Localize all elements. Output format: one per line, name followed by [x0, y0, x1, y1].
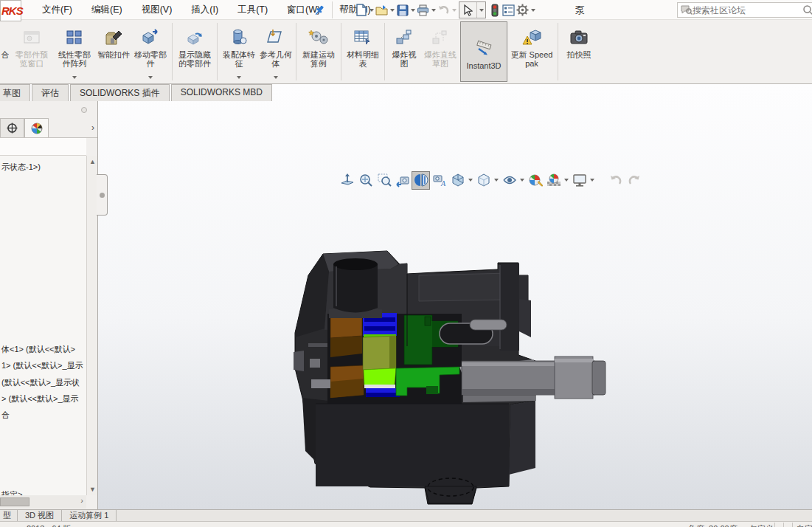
- show-hidden-components-button[interactable]: 显示隐藏的零部件: [176, 21, 214, 82]
- search-input[interactable]: [693, 5, 802, 16]
- graphics-viewport[interactable]: A: [0, 84, 812, 509]
- scroll-down-arrow[interactable]: ▼: [87, 483, 98, 495]
- take-snapshot-button[interactable]: 拍快照: [561, 21, 597, 82]
- feature-tree-tab[interactable]: [0, 118, 24, 137]
- tree-horizontal-scrollbar[interactable]: ›: [0, 495, 86, 509]
- document-view-tabs: 型 3D 视图 运动算例 1: [0, 509, 812, 521]
- print-dropdown[interactable]: [430, 3, 437, 17]
- save-dropdown[interactable]: [409, 3, 416, 17]
- assembly-features-dropdown[interactable]: [237, 76, 241, 79]
- options-dropdown[interactable]: [530, 3, 536, 17]
- tab-model[interactable]: 型: [0, 510, 18, 521]
- view-settings-icon[interactable]: [570, 171, 589, 190]
- explode-line-sketch-icon: [431, 27, 450, 49]
- tree-item[interactable]: 指定>: [1, 489, 22, 495]
- panel-splitter-handle[interactable]: [97, 174, 108, 216]
- select-dropdown[interactable]: [477, 2, 485, 18]
- tree-item[interactable]: 示状态-1>): [1, 162, 41, 173]
- tree-item[interactable]: (默认<<默认>_显示状: [1, 377, 80, 388]
- tree-item[interactable]: 1> (默认<<默认>_显示: [1, 360, 83, 371]
- pin-menu-icon[interactable]: [313, 4, 326, 17]
- options-gear-icon[interactable]: [516, 3, 530, 17]
- rebuild-traffic-light-icon[interactable]: [487, 3, 502, 17]
- linear-pattern-dropdown[interactable]: [72, 76, 77, 79]
- display-style-icon[interactable]: [474, 171, 493, 190]
- tab-motion-study-1[interactable]: 运动算例 1: [62, 510, 117, 521]
- tree-item[interactable]: 体<1> (默认<<默认>: [1, 344, 75, 355]
- crosshair-icon: [7, 123, 18, 134]
- zoom-modify-icon[interactable]: [338, 171, 356, 190]
- tree-item[interactable]: 合: [1, 410, 10, 421]
- panel-expand-chevron[interactable]: ›: [91, 118, 94, 137]
- display-style-dropdown[interactable]: [493, 179, 500, 182]
- ribbon-separator: [172, 23, 173, 80]
- view-orientation-dropdown[interactable]: [467, 179, 474, 182]
- show-hidden-components-icon: [185, 27, 204, 49]
- menu-file[interactable]: 文件(F): [32, 0, 82, 20]
- undo-icon[interactable]: [437, 3, 451, 17]
- reference-geometry-button[interactable]: 参考几何体: [259, 21, 293, 82]
- scroll-right-arrow[interactable]: ›: [80, 496, 83, 505]
- new-document-icon[interactable]: [354, 3, 368, 17]
- tree-item[interactable]: > (默认<<默认>_显示: [1, 393, 79, 404]
- reference-geometry-dropdown[interactable]: [274, 76, 278, 79]
- mate-button-cut[interactable]: 合: [1, 21, 10, 82]
- previous-view-icon[interactable]: [393, 171, 412, 190]
- select-tool[interactable]: [459, 1, 486, 18]
- menu-edit[interactable]: 编辑(E): [82, 0, 132, 20]
- search-box[interactable]: [677, 2, 812, 18]
- new-motion-study-button[interactable]: 新建运动算例: [299, 21, 338, 82]
- print-icon[interactable]: [416, 3, 430, 17]
- instant3d-icon: [473, 38, 495, 60]
- zoom-to-fit-icon[interactable]: [356, 171, 375, 190]
- reference-geometry-icon: [266, 27, 285, 49]
- tree-vertical-scrollbar[interactable]: ▲ ▼: [86, 156, 97, 495]
- update-speedpak-button[interactable]: 更新 Speedpak: [509, 21, 555, 82]
- move-component-dropdown[interactable]: [148, 76, 153, 79]
- menu-view[interactable]: 视图(V): [132, 0, 182, 20]
- smart-fasteners-icon: [104, 27, 123, 49]
- main-menu: 文件(F) 编辑(E) 视图(V) 插入(I) 工具(T) 窗口(W) 帮助(H…: [32, 0, 381, 20]
- hide-show-items-dropdown[interactable]: [518, 179, 526, 182]
- new-document-dropdown[interactable]: [368, 3, 375, 17]
- component-preview-button: 零部件预览窗口: [11, 21, 52, 82]
- display-manager-tab[interactable]: [24, 118, 49, 137]
- move-component-button[interactable]: 移动零部件: [132, 21, 169, 82]
- scroll-up-arrow[interactable]: ▲: [87, 156, 98, 168]
- tree-filter-box[interactable]: [0, 138, 86, 156]
- menu-insert[interactable]: 插入(I): [181, 0, 228, 20]
- toolbar-separator: [332, 1, 333, 18]
- assembly-features-button[interactable]: 装配体特征: [221, 21, 257, 82]
- properties-list-icon[interactable]: [502, 3, 516, 17]
- scrollbar-thumb[interactable]: [0, 497, 30, 506]
- menu-tools[interactable]: 工具(T): [228, 0, 277, 20]
- tab-solidworks-mbd[interactable]: SOLIDWORKS MBD: [171, 84, 272, 101]
- view-orientation-icon[interactable]: [448, 171, 467, 190]
- tab-3d-views[interactable]: 3D 视图: [18, 510, 62, 521]
- ribbon-separator: [384, 23, 385, 80]
- undo-dropdown[interactable]: [451, 3, 457, 17]
- annotation-view-icon[interactable]: A: [430, 171, 448, 190]
- smart-fasteners-button[interactable]: 智能扣件: [97, 21, 131, 82]
- save-icon[interactable]: [395, 3, 409, 17]
- zoom-to-area-icon[interactable]: [375, 171, 393, 190]
- edit-appearance-icon[interactable]: [526, 171, 544, 190]
- tab-solidworks-addins[interactable]: SOLIDWORKS 插件: [70, 84, 170, 101]
- section-view-icon[interactable]: [412, 171, 430, 190]
- exploded-view-button[interactable]: 爆炸视图: [388, 21, 420, 82]
- view-settings-dropdown[interactable]: [589, 179, 596, 182]
- linear-pattern-button[interactable]: 线性零部件阵列: [54, 21, 95, 82]
- apply-scene-dropdown[interactable]: [563, 179, 570, 182]
- tab-sketch[interactable]: 草图: [0, 84, 30, 101]
- status-separator: [792, 523, 793, 527]
- select-cursor-icon[interactable]: [459, 2, 477, 18]
- bill-of-materials-button[interactable]: 材料明细表: [344, 21, 381, 82]
- apply-scene-icon[interactable]: [544, 171, 563, 190]
- hide-show-items-icon[interactable]: [500, 171, 518, 190]
- tab-evaluate[interactable]: 评估: [32, 84, 69, 101]
- search-magnifier-icon[interactable]: [802, 4, 812, 16]
- instant3d-button[interactable]: Instant3D: [460, 21, 507, 82]
- open-icon[interactable]: [375, 3, 389, 17]
- panel-pin-icon[interactable]: [81, 107, 87, 113]
- open-dropdown[interactable]: [389, 3, 395, 17]
